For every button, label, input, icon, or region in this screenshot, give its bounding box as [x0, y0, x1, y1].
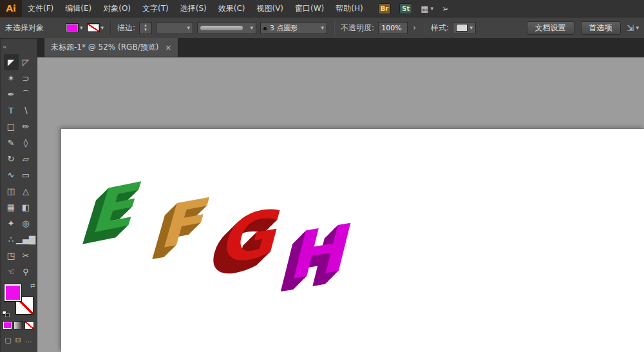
direct-selection-tool[interactable]: ◸ [19, 54, 33, 70]
slice-tool[interactable]: ✂ [19, 248, 33, 264]
gradient-tool[interactable]: ◧ [19, 199, 33, 215]
menu-edit[interactable]: 编辑(E) [59, 0, 97, 17]
bridge-button[interactable]: Br [378, 3, 392, 14]
eyedropper-tool[interactable]: ✦ [4, 215, 19, 231]
change-screen-mode-icon[interactable]: … [25, 336, 32, 344]
chevron-down-icon: ▾ [636, 24, 639, 31]
brush-dot-icon [263, 27, 267, 30]
separator [424, 21, 424, 35]
tools-panel-header: « [0, 39, 37, 54]
free-transform-tool[interactable]: ▭ [19, 167, 33, 183]
letter-3d-H[interactable]: H [285, 214, 359, 289]
zoom-tool[interactable]: ⚲ [19, 264, 33, 280]
chevron-down-icon: ▾ [101, 24, 104, 31]
chevron-down-icon: ▾ [80, 24, 83, 31]
stroke-weight-label: 描边: [117, 23, 135, 34]
letter-3d-G[interactable]: G [215, 199, 289, 275]
scale-tool[interactable]: ▱ [19, 151, 33, 167]
style-label: 样式: [431, 23, 449, 34]
menu-view[interactable]: 视图(V) [251, 0, 289, 17]
mesh-tool[interactable]: ▦ [4, 199, 19, 215]
arrange-documents-dropdown[interactable]: ▦ ▾ [421, 4, 433, 14]
stroke-color-dropdown[interactable]: ▾ [87, 23, 104, 32]
type-tool[interactable]: T [4, 103, 19, 119]
width-profile-dropdown[interactable]: ▾ [197, 22, 256, 34]
swap-fill-stroke-icon[interactable]: ⇄ [30, 282, 35, 289]
menu-effect[interactable]: 效果(C) [213, 0, 251, 17]
gradient-button[interactable] [14, 321, 23, 329]
options-dropdown[interactable]: ⇲ ▾ [627, 23, 639, 33]
menu-object[interactable]: 对象(O) [97, 0, 137, 17]
curvature-tool[interactable]: ⌒ [19, 86, 33, 103]
menubar-right-group: Br St ▦ ▾ ➢ [378, 3, 449, 14]
fill-color-swatch[interactable] [66, 23, 79, 32]
tools-panel: « ◤◸✶⊃✒⌒T∖□✏✎◊↻▱∿▭◫△▦◧✦◎∴▁▄▇◳✂☜⚲ ⇄ ▢ ⊡ … [0, 39, 37, 352]
stock-button[interactable]: St [399, 3, 412, 14]
column-graph-tool[interactable]: ▁▄▇ [19, 231, 33, 248]
draw-normal-mode-icon[interactable]: ▢ [5, 336, 11, 344]
menu-help[interactable]: 帮助(H) [330, 0, 368, 17]
menu-type[interactable]: 文字(T) [137, 0, 175, 17]
menu-window[interactable]: 窗口(W) [289, 0, 330, 17]
rectangle-tool[interactable]: □ [4, 119, 19, 135]
chevron-down-icon: ▾ [251, 24, 254, 31]
stroke-weight-dropdown[interactable]: ▾ [156, 22, 193, 34]
style-preview-chip [456, 24, 468, 32]
brush-definition-dropdown[interactable]: 3 点圆形 ▾ [260, 22, 327, 34]
controlbar-right-group: 文档设置 首选项 ⇲ ▾ [527, 21, 639, 35]
paintbrush-tool[interactable]: ✏ [19, 119, 33, 135]
launch-icon[interactable]: ➢ [442, 4, 449, 14]
document-setup-button[interactable]: 文档设置 [527, 21, 574, 35]
pencil-tool[interactable]: ✎ [4, 135, 19, 151]
shape-builder-tool[interactable]: ◫ [4, 183, 19, 199]
rotate-tool[interactable]: ↻ [4, 151, 19, 167]
preferences-button[interactable]: 首选项 [581, 21, 621, 35]
magic-wand-tool[interactable]: ✶ [4, 70, 19, 86]
artboard-tool[interactable]: ◳ [4, 248, 19, 264]
tools-grid: ◤◸✶⊃✒⌒T∖□✏✎◊↻▱∿▭◫△▦◧✦◎∴▁▄▇◳✂☜⚲ [0, 54, 37, 280]
stroke-weight-stepper[interactable]: ▴ ▾ [139, 22, 152, 34]
fill-color-dropdown[interactable]: ▾ [66, 23, 83, 32]
illustrator-window: Ai 文件(F)编辑(E)对象(O)文字(T)选择(S)效果(C)视图(V)窗口… [0, 0, 644, 352]
opacity-input[interactable] [378, 22, 408, 34]
document-tab-bar: 未标题-1* @ 52% (RGB/预览) × [37, 39, 644, 57]
perspective-grid-tool[interactable]: △ [19, 183, 33, 199]
stepper-down-icon[interactable]: ▾ [144, 28, 147, 32]
default-fill-stroke-icon[interactable] [2, 311, 10, 317]
arrange-documents-icon: ▦ [421, 4, 428, 14]
separator [110, 21, 111, 35]
stroke-color-swatch-none[interactable] [87, 23, 100, 32]
blend-tool[interactable]: ◎ [19, 215, 33, 231]
menu-file[interactable]: 文件(F) [22, 0, 59, 17]
menu-select[interactable]: 选择(S) [175, 0, 213, 17]
chevron-down-icon: ▾ [321, 24, 325, 31]
color-mode-buttons [0, 321, 37, 329]
pen-tool[interactable]: ✒ [4, 86, 19, 103]
selection-tool[interactable]: ◤ [4, 54, 19, 70]
chevron-down-icon: ▾ [431, 5, 434, 12]
opacity-label: 不透明度: [341, 23, 374, 34]
none-button[interactable] [24, 321, 34, 329]
canvas[interactable]: EFGH [37, 57, 644, 352]
artboard[interactable]: EFGH [61, 129, 644, 352]
draw-behind-mode-icon[interactable]: ⊡ [15, 336, 21, 344]
width-tool[interactable]: ∿ [4, 167, 19, 183]
document-tab[interactable]: 未标题-1* @ 52% (RGB/预览) × [44, 38, 178, 57]
collapse-panel-icon[interactable]: « [3, 43, 7, 51]
style-dropdown[interactable]: ▾ [453, 22, 476, 34]
fill-proxy-swatch[interactable] [4, 284, 22, 302]
lasso-tool[interactable]: ⊃ [19, 70, 33, 86]
document-tab-title: 未标题-1* @ 52% (RGB/预览) [51, 42, 158, 53]
main-area: « ◤◸✶⊃✒⌒T∖□✏✎◊↻▱∿▭◫△▦◧✦◎∴▁▄▇◳✂☜⚲ ⇄ ▢ ⊡ … [0, 39, 644, 352]
close-tab-icon[interactable]: × [165, 43, 171, 52]
chevron-right-icon[interactable]: › [412, 23, 417, 32]
brush-name: 3 点圆形 [270, 24, 298, 32]
color-button[interactable] [3, 321, 12, 329]
menu-list: 文件(F)编辑(E)对象(O)文字(T)选择(S)效果(C)视图(V)窗口(W)… [22, 0, 369, 17]
eraser-tool[interactable]: ◊ [19, 135, 33, 151]
hand-tool[interactable]: ☜ [4, 264, 19, 280]
line-segment-tool[interactable]: ∖ [19, 103, 33, 119]
letter-3d-E[interactable]: E [86, 173, 149, 243]
letter-3d-F[interactable]: F [156, 190, 217, 258]
chevron-down-icon: ▾ [187, 24, 191, 31]
